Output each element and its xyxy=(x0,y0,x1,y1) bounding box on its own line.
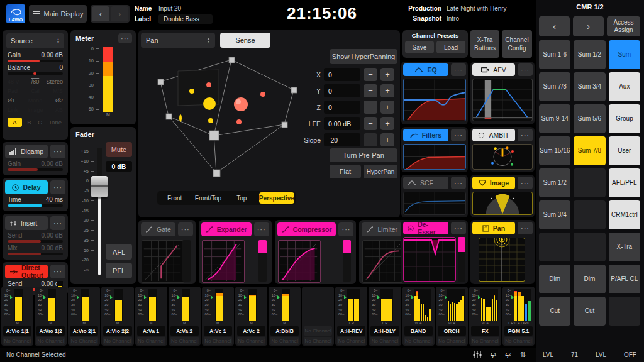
channel-label[interactable]: A:Vc 1 xyxy=(204,326,232,336)
channel-label[interactable]: PGM 5.1 xyxy=(504,326,533,336)
channel-label[interactable]: A:Va 1 xyxy=(137,326,165,336)
afv-more-button[interactable]: ··· xyxy=(518,63,533,76)
source-selector[interactable]: Source ▲▼ xyxy=(6,33,64,48)
pan-source-sphere-yellow[interactable] xyxy=(203,97,216,110)
save-button[interactable]: Save xyxy=(405,41,434,53)
meter-strip-channel[interactable]: 0–10–20–30–40–60–MA:Va 2No Channel xyxy=(169,287,201,346)
monitor-button-sum-1-2[interactable]: Sum 1/2 xyxy=(539,168,570,197)
delay-button[interactable]: Delay xyxy=(5,180,48,194)
monitor-button-sum-3-4[interactable]: Sum 3/4 xyxy=(574,72,605,101)
channel-sub-label[interactable]: No Channel xyxy=(471,337,499,345)
digamp-button[interactable]: Digamp xyxy=(5,145,48,158)
image-graph[interactable] xyxy=(472,192,533,215)
monitor-button-p-afl-cl[interactable]: P/AFL CL xyxy=(609,265,640,293)
gain-row[interactable]: Gain 0.00 dB xyxy=(8,52,63,62)
expander-transfer-graph[interactable] xyxy=(202,240,245,283)
filters-more-button[interactable]: ··· xyxy=(451,129,466,141)
compressor-more-button[interactable]: ··· xyxy=(338,222,353,236)
eq-button[interactable]: EQ xyxy=(403,63,448,76)
source-select-b[interactable]: B xyxy=(26,118,32,127)
monitor-button-sum-15-16[interactable]: Sum 15/16 xyxy=(539,136,570,165)
monitor-button-dim[interactable]: Dim xyxy=(574,265,605,293)
deesser-graph[interactable] xyxy=(403,237,456,282)
meter-strip-channel[interactable]: No ChannelNo Channel xyxy=(302,287,334,346)
sort-arrows-icon[interactable]: ⇅ xyxy=(520,351,526,359)
source-option[interactable]: Cal xyxy=(26,88,44,94)
monitor-button-sum[interactable]: Sum xyxy=(609,40,640,69)
source-option[interactable]: Ø2 xyxy=(45,97,63,104)
deesser-more-button[interactable]: ··· xyxy=(451,222,466,234)
gate-transfer-graph[interactable] xyxy=(142,240,184,283)
pan-3d-view[interactable] xyxy=(142,49,324,206)
source-select-tone[interactable]: Tone xyxy=(47,118,63,127)
monitor-button-sum-1-6[interactable]: Sum 1-6 xyxy=(539,40,570,69)
insert-send-row[interactable]: Send0.00 dB xyxy=(8,232,63,243)
monitor-button-sum-9-14[interactable]: Sum 9-14 xyxy=(539,104,570,133)
channel-sub-label[interactable]: No Channel xyxy=(170,337,199,345)
scf-more-button[interactable]: ··· xyxy=(451,177,466,189)
direct-output-more-button[interactable]: ··· xyxy=(50,265,65,278)
source-option[interactable]: Pad xyxy=(8,88,26,94)
meter-strip-channel[interactable]: 0–10–20–30–40–60–MA:Vio 2|2No Channel xyxy=(101,287,133,346)
meter-strip-channel[interactable]: 0–10–20–30–40–60–MA:Vc 2No Channel xyxy=(235,287,267,346)
channel-sub-label[interactable]: No Channel xyxy=(36,337,65,345)
view-tab-front[interactable]: Front xyxy=(158,192,191,204)
channel-label[interactable]: FX xyxy=(471,326,499,336)
channel-sub-label[interactable]: No Channel xyxy=(270,337,299,345)
channel-label[interactable]: A:Vio 1|1 xyxy=(3,326,31,336)
scf-button[interactable]: SCF xyxy=(403,177,448,189)
channel-sub-label[interactable]: No Channel xyxy=(370,337,399,345)
digamp-gain-row[interactable]: Gain0.00 dB xyxy=(8,160,63,171)
mute-button[interactable]: Mute xyxy=(106,142,132,157)
channel-label[interactable]: No Channel xyxy=(304,326,332,336)
deesser-button[interactable]: S De-Esser xyxy=(403,222,448,234)
monitor-button-dim[interactable]: Dim xyxy=(539,265,570,293)
bolt-2-icon[interactable]: ϟ² xyxy=(505,351,511,359)
show-hyperpanning-button[interactable]: Show HyperPanning xyxy=(330,49,397,64)
label-input[interactable]: Double Bass xyxy=(158,14,213,24)
limiter-transfer-graph[interactable] xyxy=(362,240,405,283)
meter-strip-channel[interactable]: 0–10–20–30–40–60–L RA:H-DLYNo Channel xyxy=(369,287,401,346)
meter-strip-channel[interactable]: 0–10–20–30–40–60–VCAORCHNo Channel xyxy=(436,287,468,346)
source-option[interactable]: 48 V xyxy=(8,79,26,85)
compressor-transfer-graph[interactable] xyxy=(278,240,321,283)
source-option[interactable]: Ø1 xyxy=(8,97,26,104)
monitor-button-sum-7-8[interactable]: Sum 7/8 xyxy=(574,136,605,165)
source-option[interactable]: Link xyxy=(8,107,26,113)
pan-more-button[interactable]: ··· xyxy=(518,222,533,234)
source-select-a[interactable]: A xyxy=(8,118,22,127)
view-tab-perspective[interactable]: Perspective xyxy=(259,192,294,204)
insert-button[interactable]: Insert xyxy=(5,216,48,230)
pfl-button[interactable]: PFL xyxy=(106,263,132,278)
channel-sub-label[interactable]: No Channel xyxy=(404,337,433,345)
pan-field-plus-y[interactable]: + xyxy=(380,84,394,97)
flat-button[interactable]: Flat xyxy=(330,165,361,178)
view-tab-front-top[interactable]: Front/Top xyxy=(192,192,224,204)
nav-back-button[interactable]: ‹ xyxy=(92,6,109,21)
meter-strip-channel[interactable]: 0–10–20–30–40–60–VCABANDNo Channel xyxy=(402,287,435,346)
channel-sub-label[interactable]: No Channel xyxy=(304,337,332,345)
channel-sub-label[interactable]: No Channel xyxy=(3,337,31,345)
monitor-nav-back-button[interactable]: ‹ xyxy=(539,16,570,36)
meter-more-button[interactable]: ··· xyxy=(118,33,132,43)
afv-button[interactable]: AFV xyxy=(472,63,515,76)
monitor-button-sum-3-4[interactable]: Sum 3/4 xyxy=(539,200,570,229)
channel-label[interactable]: A:Vio 1|2 xyxy=(36,326,65,336)
image-more-button[interactable]: ··· xyxy=(518,177,533,189)
delay-time-row[interactable]: Time40 ms xyxy=(8,196,63,207)
main-display-button[interactable]: Main Display xyxy=(29,5,87,23)
turn-pre-pan-button[interactable]: Turn Pre-Pan xyxy=(330,148,397,162)
fader-knob[interactable] xyxy=(91,176,108,197)
faders-icon[interactable] xyxy=(473,351,482,359)
meter-strip-channel[interactable]: 0–10–20–30–40–60–L R C e LsRsPGM 5.1No C… xyxy=(502,287,535,346)
meter-strip-channel[interactable]: 0–10–20–30–40–60–MA:Vio 1|2No Channel xyxy=(35,287,67,346)
source-option[interactable]: Stereo xyxy=(45,79,63,85)
channel-sub-label[interactable]: No Channel xyxy=(337,337,365,345)
channel-label[interactable]: A:Vio 2|1 xyxy=(70,326,98,336)
hyperpan-button[interactable]: HyperPan xyxy=(364,165,397,178)
source-option[interactable]: AB xyxy=(45,107,63,113)
pan-selector[interactable]: Pan ▲▼ xyxy=(141,33,215,48)
eq-more-button[interactable]: ··· xyxy=(451,63,466,76)
eq-graph[interactable] xyxy=(403,79,466,121)
monitor-button-cut[interactable]: Cut xyxy=(574,297,605,326)
